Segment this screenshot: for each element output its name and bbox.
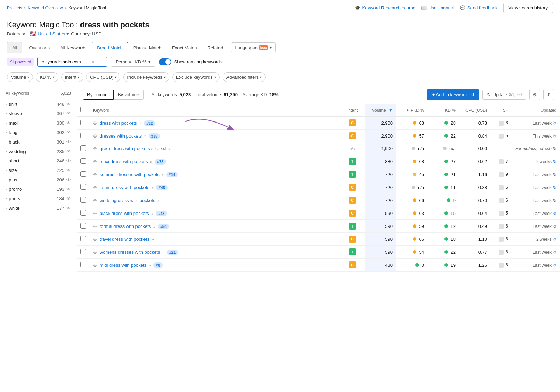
exclude-keywords-filter[interactable]: Exclude keywords ▾ (172, 72, 220, 82)
eye-icon[interactable]: 👁 (66, 111, 71, 116)
sidebar-item[interactable]: › maxi 330 👁 (0, 118, 77, 128)
keyword-link[interactable]: summer dresses with pockets (100, 172, 160, 177)
refresh-icon[interactable]: ↻ (553, 224, 556, 229)
add-icon[interactable]: ⊕ (93, 224, 97, 229)
sidebar-item[interactable]: › pants 184 👁 (0, 194, 77, 203)
eye-icon[interactable]: 👁 (66, 102, 71, 107)
refresh-icon[interactable]: ↻ (553, 198, 556, 203)
keyword-link[interactable]: womens dresses with pockets (100, 250, 160, 255)
keyword-link[interactable]: dress with pockets (100, 120, 137, 126)
refresh-icon[interactable]: ↻ (553, 172, 556, 177)
header-cpc[interactable]: CPC (USD) (459, 104, 491, 117)
database-link[interactable]: United States ▾ (38, 31, 69, 36)
add-icon[interactable]: ⊕ (93, 120, 97, 126)
sort-by-number-button[interactable]: By number (83, 90, 114, 100)
row-checkbox[interactable] (80, 210, 86, 216)
eye-icon[interactable]: 👁 (66, 177, 71, 182)
tab-related[interactable]: Related (202, 42, 229, 53)
add-icon[interactable]: ⊕ (93, 237, 97, 242)
sidebar-item[interactable]: › sleeve 367 👁 (0, 109, 77, 118)
eye-icon[interactable]: 👁 (66, 120, 71, 126)
keyword-link[interactable]: t shirt dress with pockets (100, 185, 149, 190)
volume-filter[interactable]: Volume ▾ (7, 72, 33, 82)
row-checkbox[interactable] (80, 120, 86, 125)
add-icon[interactable]: ⊕ (93, 159, 97, 164)
add-to-keyword-list-button[interactable]: + Add to keyword list (427, 89, 480, 100)
add-icon[interactable]: ⊕ (93, 172, 97, 177)
include-keywords-filter[interactable]: Include keywords ▾ (123, 72, 169, 82)
view-history-button[interactable]: View search history (503, 3, 553, 13)
sidebar-item[interactable]: › white 177 👁 (0, 203, 77, 213)
keyword-link[interactable]: green dress with pockets size xxl (100, 146, 166, 151)
eye-icon[interactable]: 👁 (66, 139, 71, 145)
row-checkbox[interactable] (80, 133, 86, 138)
sidebar-item[interactable]: › promo 193 👁 (0, 184, 77, 194)
sort-by-volume-button[interactable]: By volume (114, 90, 144, 100)
sidebar-item[interactable]: › short 246 👁 (0, 156, 77, 166)
row-checkbox[interactable] (80, 197, 86, 203)
breadcrumb-projects[interactable]: Projects (7, 6, 22, 10)
refresh-icon[interactable]: ↻ (553, 263, 556, 268)
domain-input[interactable] (47, 59, 89, 64)
refresh-icon[interactable]: ↻ (553, 250, 556, 255)
refresh-icon[interactable]: ↻ (553, 134, 556, 139)
add-icon[interactable]: ⊕ (93, 185, 97, 190)
row-checkbox[interactable] (80, 262, 86, 267)
eye-icon[interactable]: 👁 (66, 205, 71, 211)
tab-phrase-match[interactable]: Phrase Match (128, 42, 167, 53)
personal-kd-dropdown[interactable]: Personal KD % ▾ (111, 57, 155, 67)
keyword-link[interactable]: midi dress with pockets (100, 262, 147, 268)
header-pkd[interactable]: ✦ PKD % (396, 104, 428, 117)
settings-icon-button[interactable]: ⚙ (529, 89, 540, 100)
feedback-link[interactable]: 💬 Send feedback (460, 5, 498, 10)
row-checkbox[interactable] (80, 145, 86, 151)
eye-icon[interactable]: 👁 (66, 158, 71, 163)
kd-filter[interactable]: KD % ▾ (36, 72, 58, 82)
keyword-link[interactable]: wedding dress with pockets (100, 198, 155, 203)
row-checkbox[interactable] (80, 171, 86, 177)
row-checkbox[interactable] (80, 184, 86, 190)
sidebar-item[interactable]: › size 225 👁 (0, 166, 77, 175)
add-icon[interactable]: ⊕ (93, 262, 97, 268)
course-link[interactable]: 🎓 Keyword Research course (355, 5, 415, 10)
refresh-icon[interactable]: ↻ (553, 185, 556, 190)
add-icon[interactable]: ⊕ (93, 146, 97, 151)
cpc-filter[interactable]: CPC (USD) ▾ (86, 72, 120, 82)
header-kd[interactable]: KD % (428, 104, 459, 117)
add-icon[interactable]: ⊕ (93, 250, 97, 255)
sidebar-item[interactable]: › long 302 👁 (0, 128, 77, 137)
eye-icon[interactable]: 👁 (66, 187, 71, 192)
sidebar-item[interactable]: › black 301 👁 (0, 137, 77, 147)
sidebar-item[interactable]: › plus 206 👁 (0, 175, 77, 184)
update-button[interactable]: ↻ Update 3/1,000 (482, 90, 526, 100)
keyword-link[interactable]: formal dress with pockets (100, 224, 151, 229)
tab-all[interactable]: All (7, 42, 22, 53)
keyword-link[interactable]: dresses with pockets (100, 133, 142, 139)
add-icon[interactable]: ⊕ (93, 133, 97, 139)
refresh-icon[interactable]: ↻ (553, 237, 556, 242)
tab-exact-match[interactable]: Exact Match (167, 42, 202, 53)
refresh-icon[interactable]: ↻ (553, 146, 556, 151)
show-ranking-toggle[interactable] (159, 58, 172, 65)
tab-all-keywords[interactable]: All Keywords (55, 42, 92, 53)
manual-link[interactable]: 📖 User manual (421, 5, 454, 10)
clear-domain-button[interactable]: ✕ (91, 59, 96, 65)
languages-button[interactable]: Languages beta ▾ (231, 42, 276, 52)
sidebar-item[interactable]: › shirt 448 👁 (0, 99, 77, 109)
keyword-link[interactable]: maxi dress with pockets (100, 159, 148, 164)
intent-filter[interactable]: Intent ▾ (61, 72, 84, 82)
header-volume[interactable]: Volume ▼ (365, 104, 396, 117)
row-checkbox[interactable] (80, 158, 86, 164)
sidebar-item[interactable]: › wedding 285 👁 (0, 147, 77, 156)
row-checkbox[interactable] (80, 223, 86, 229)
tab-broad-match[interactable]: Broad Match (92, 42, 128, 53)
row-checkbox[interactable] (80, 249, 86, 254)
tab-questions[interactable]: Questions (24, 42, 55, 53)
eye-icon[interactable]: 👁 (66, 196, 71, 201)
refresh-icon[interactable]: ↻ (553, 211, 556, 216)
add-icon[interactable]: ⊕ (93, 198, 97, 203)
refresh-icon[interactable]: ↻ (553, 121, 556, 126)
export-icon-button[interactable]: ⬆ (543, 89, 554, 100)
eye-icon[interactable]: 👁 (66, 168, 71, 173)
select-all-checkbox[interactable] (80, 107, 86, 112)
